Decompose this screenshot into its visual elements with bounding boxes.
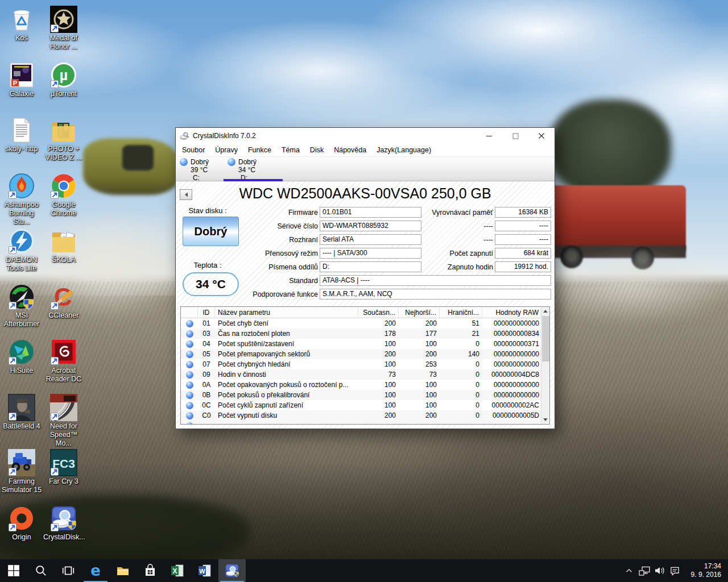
column-header-item[interactable]	[181, 307, 198, 318]
svg-text:P: P	[13, 79, 17, 86]
taskbar-task-view[interactable]	[55, 559, 82, 582]
system-tray: 17:34 9. 9. 2016	[621, 559, 728, 582]
taskbar-excel[interactable]: X	[164, 559, 191, 582]
window-titlebar[interactable]: CrystalDiskInfo 7.0.2	[176, 128, 555, 144]
scroll-down-icon[interactable]	[541, 415, 549, 424]
health-orb-icon	[186, 340, 193, 348]
menu-upravy[interactable]: Úpravy	[210, 145, 243, 155]
cell-cur: 200	[358, 410, 399, 421]
smart-row-0C[interactable]: 0CPočet cyklů zapnutí zařízení1001000000…	[181, 400, 549, 410]
menu-jazyklanguage[interactable]: Jazyk(Language)	[371, 145, 436, 155]
cell-name: Počet vypnutí disku	[215, 410, 358, 421]
shortcut-arrow-icon	[9, 413, 16, 421]
smart-row-0A[interactable]: 0APočet opakovaných pokusů o roztočení p…	[181, 380, 549, 390]
health-orb-icon	[186, 361, 193, 368]
cell-raw: 000000000000	[482, 349, 542, 359]
taskbar-file-explorer[interactable]	[109, 559, 136, 582]
column-header-hranicni[interactable]: Hraniční...	[440, 307, 482, 318]
cell-thr: 0	[440, 390, 482, 400]
column-header-nazevparametru[interactable]: Název parametru	[215, 307, 358, 318]
menu-napoveda[interactable]: Nápověda	[329, 145, 371, 155]
tray-volume-icon[interactable]	[652, 559, 667, 582]
clock-time: 17:34	[704, 562, 721, 571]
desktop-icon-need-for-speed[interactable]: Need for Speed™ Mo...	[43, 394, 84, 448]
desktop-icon-farming-simulator[interactable]: Farming Simulator 15	[1, 449, 42, 495]
taskbar-crystaldiskinfo[interactable]	[218, 559, 246, 582]
desktop-icon-msi-afterburner[interactable]: MSI Afterburner	[1, 283, 42, 329]
cell-thr: 0	[440, 339, 482, 349]
desktop-icon-utorrent[interactable]: µµTorrent	[43, 61, 84, 98]
desktop-icon-recycle-bin[interactable]: Koš	[1, 6, 42, 43]
desktop-icon-documents-folder[interactable]: ŠKOLA	[43, 227, 84, 264]
menu-funkce[interactable]: Funkce	[243, 145, 276, 155]
window-title: CrystalDiskInfo 7.0.2	[193, 132, 256, 140]
desktop-icon-photo-folder[interactable]: PHOTO + VIDEO Z ...	[43, 117, 84, 163]
taskbar-word[interactable]: W	[191, 559, 218, 582]
minimize-button[interactable]	[476, 128, 502, 144]
drive-status: Dobrý	[191, 158, 209, 166]
drive-tab-d[interactable]: Dobrý34 °CD:	[224, 157, 283, 181]
disk-model-title: WDC WD2500AAKS-00VSA0 250,0 GB	[196, 186, 534, 201]
taskbar-start[interactable]	[0, 559, 27, 582]
back-button[interactable]	[180, 189, 192, 200]
shortcut-arrow-icon	[9, 468, 16, 476]
taskbar-store[interactable]	[136, 559, 164, 582]
smart-row-C0[interactable]: C0Počet vypnutí disku200200000000000005D	[181, 410, 549, 421]
field-value: 19912 hod.	[495, 261, 551, 272]
desktop-icon-medal-of-honor[interactable]: Medal of Honor ...	[43, 6, 84, 52]
desktop-icon-hisuite[interactable]: HiSuite	[1, 338, 42, 375]
smart-row-09[interactable]: 09Hodin v činnosti73730000000004DC8	[181, 369, 549, 380]
table-scrollbar[interactable]	[541, 307, 549, 424]
text-document-icon	[8, 117, 35, 144]
tray-chevron-up-icon[interactable]	[621, 559, 636, 582]
scrollbar-thumb[interactable]	[542, 316, 549, 361]
desktop-icon-acrobat-reader[interactable]: Acrobat Reader DC	[43, 338, 84, 384]
maximize-button[interactable]	[502, 128, 528, 144]
column-header-soucasn[interactable]: Současn...	[358, 307, 399, 318]
taskbar-edge[interactable]: e	[82, 559, 109, 582]
smart-row-04[interactable]: 04Počet spuštění/zastavení10010000000000…	[181, 339, 549, 349]
cell-raw: 000000000000	[482, 318, 542, 329]
menu-disk[interactable]: Disk	[305, 145, 329, 155]
shortcut-arrow-icon	[9, 357, 16, 365]
tray-network-icon[interactable]	[636, 559, 652, 582]
desktop-icon-google-chrome[interactable]: Google Chrome	[43, 172, 84, 218]
menu-tema[interactable]: Téma	[276, 145, 305, 155]
smart-row-03[interactable]: 03Čas na roztočení ploten178177210000000…	[181, 329, 549, 339]
menu-soubor[interactable]: Soubor	[177, 145, 210, 155]
desktop-icon-text-document[interactable]: skoly- http	[1, 117, 42, 153]
desktop-icon-powerpoint-presentation[interactable]: PGalaxie	[1, 61, 42, 98]
cell-name: Počet cyklů zapnutí zařízení	[215, 400, 358, 410]
taskbar-search[interactable]	[27, 559, 55, 582]
desktop-icon-ashampoo-burning-studio[interactable]: Ashampoo Burning Stu...	[1, 172, 42, 227]
row-health-orb-icon	[181, 339, 198, 349]
smart-row-05[interactable]: 05Počet přemapovaných sektorů20020014000…	[181, 349, 549, 359]
cell-worst: 200	[399, 410, 440, 421]
tray-action-center-icon[interactable]	[667, 559, 682, 582]
smart-row-0B[interactable]: 0BPočet pokusů o překalibrování100100000…	[181, 390, 549, 400]
column-header-nejhorsi[interactable]: Nejhorší...	[399, 307, 440, 318]
desktop-icon-crystaldiskinfo[interactable]: CrystalDisk...	[43, 505, 84, 542]
desktop-icon-origin[interactable]: Origin	[1, 505, 42, 542]
cell-worst: 100	[399, 390, 440, 400]
column-header-id[interactable]: ID	[198, 307, 215, 318]
desktop-icon-label: µTorrent	[43, 90, 84, 98]
taskbar-clock[interactable]: 17:34 9. 9. 2016	[682, 559, 728, 582]
desktop-icon-far-cry-3[interactable]: FC3Far Cry 3	[43, 449, 84, 486]
drive-tab-c[interactable]: Dobrý39 °CC:	[176, 157, 224, 181]
desktop-icon-ccleaner[interactable]: CCCleaner	[43, 283, 84, 320]
svg-text:X: X	[172, 567, 177, 575]
desktop-icon-battlefield-4[interactable]: Battlefield 4	[1, 394, 42, 431]
smart-row-07[interactable]: 07Počet chybných hledání1002530000000000…	[181, 359, 549, 369]
cell-raw: 000000004DC8	[482, 369, 542, 380]
shortcut-arrow-icon	[51, 357, 59, 365]
smart-row-01[interactable]: 01Počet chyb čtení20020051000000000000	[181, 318, 549, 329]
close-button[interactable]	[528, 128, 555, 144]
drive-tab-status-row: Dobrý	[176, 157, 224, 166]
column-header-hodnotyraw[interactable]: Hodnoty RAW	[482, 307, 542, 318]
smart-row-partial[interactable]	[181, 421, 549, 425]
smart-attributes-table: IDNázev parametruSoučasn...Nejhorší...Hr…	[180, 306, 550, 425]
scroll-up-icon[interactable]	[541, 307, 549, 315]
desktop-icon-daemon-tools[interactable]: DAEMON Tools Lite	[1, 227, 42, 273]
cell-thr: 0	[440, 359, 482, 369]
